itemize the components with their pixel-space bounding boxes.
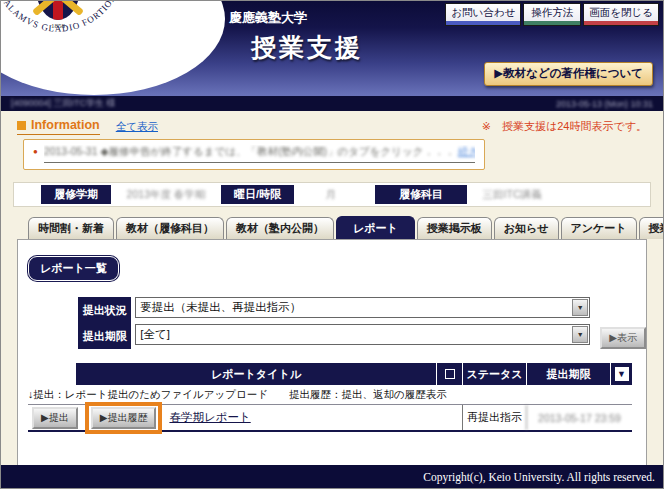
emblem-motto-arc: CALAMVS GLADIO FORTIOR xyxy=(1,1,134,35)
col-report-title: レポートタイトル xyxy=(76,363,436,385)
semester-label: 履修学期 xyxy=(41,185,111,204)
help-accent-strip xyxy=(524,21,580,25)
main-tabs: 時間割・新着 教材（履修科目） 教材（塾内公開） レポート 授業掲示板 お知らせ… xyxy=(28,216,663,239)
close-accent-strip xyxy=(584,21,658,25)
material-copyright-button[interactable]: ▶教材などの著作権について xyxy=(484,62,653,86)
submission-deadline-label: 提出期限 xyxy=(78,323,131,349)
24h-note: ※ 授業支援は24時間表示です。 xyxy=(482,119,647,134)
page-header: Keio University 1858 CALAMVS GLADIO FORT… xyxy=(1,1,663,96)
submission-deadline-select[interactable]: [全て] ▼ xyxy=(135,324,590,345)
row-status: 再提出指示 xyxy=(462,405,526,430)
report-table-header: レポートタイトル ステータス 提出期限 ▼ xyxy=(28,363,632,385)
tab-materials-public[interactable]: 教材（塾内公開） xyxy=(226,217,334,239)
report-table: レポートタイトル ステータス 提出期限 ▼ ↓提出：レポート提出のためファイルア… xyxy=(28,363,632,432)
notice-more-link[interactable]: 続きを読む xyxy=(458,145,475,157)
application-window: Keio University 1858 CALAMVS GLADIO FORT… xyxy=(0,0,664,489)
highlight-annotation: ▶提出履歴 xyxy=(85,402,163,434)
close-window-button[interactable]: 画面を閉じる xyxy=(583,3,659,26)
sort-icon[interactable]: ▼ xyxy=(615,367,629,381)
report-filter-form: 提出状況 提出期限 要提出（未提出、再提出指示） ▼ [全て] ▼ ▶表示 xyxy=(78,297,646,349)
col-deadline: 提出期限 xyxy=(526,363,610,385)
course-label: 履修科目 xyxy=(375,185,467,204)
day-period-label: 曜日/時限 xyxy=(221,185,294,204)
keio-logo: Keio University 1858 CALAMVS GLADIO FORT… xyxy=(1,1,225,95)
submit-button[interactable]: ▶提出 xyxy=(32,407,78,429)
dropdown-arrow-icon[interactable]: ▼ xyxy=(572,299,588,316)
notice-text-redacted: 2013-05-31 ◆履修申告が終了するまでは、「教材(塾内公開)」のタブをク… xyxy=(44,145,455,157)
tab-class-board[interactable]: 授業掲示板 xyxy=(417,217,492,239)
user-info-bar: [4090004] 三田ITC学生 様 2013-05-13 (Mon) 10:… xyxy=(1,96,663,111)
help-button[interactable]: 操作方法 xyxy=(523,3,581,26)
report-row: ▶提出 ▶提出履歴 春学期レポート 再提出指示 2013-05-17 23:59 xyxy=(28,405,632,432)
submission-status-label: 提出状況 xyxy=(78,297,131,323)
select-all-checkbox[interactable] xyxy=(445,369,455,379)
copyright-text: Copyright(c), Keio University. All right… xyxy=(423,471,655,483)
contact-button[interactable]: お問い合わせ xyxy=(445,3,521,26)
tab-class-message[interactable]: 授業内メッセージ xyxy=(639,217,664,239)
course-info-bar: 履修学期 2013年度 春学期 曜日/時限 月 履修科目 三田ITC講義 xyxy=(13,182,651,207)
tab-survey[interactable]: アンケート xyxy=(561,217,637,239)
information-icon xyxy=(17,121,26,130)
notice-box: ● 2013-05-31 ◆履修申告が終了するまでは、「教材(塾内公開)」のタブ… xyxy=(23,139,485,170)
university-name: 慶應義塾大学 xyxy=(229,9,307,27)
svg-text:CALAMVS GLADIO FORTIOR: CALAMVS GLADIO FORTIOR xyxy=(1,1,118,34)
day-period-value-redacted: 月 xyxy=(294,185,367,204)
show-button[interactable]: ▶表示 xyxy=(600,327,646,349)
report-list-badge: レポート一覧 xyxy=(28,256,119,281)
bullet-icon: ● xyxy=(33,145,38,159)
submission-history-button[interactable]: ▶提出履歴 xyxy=(91,407,157,429)
semester-value-redacted: 2013年度 春学期 xyxy=(111,185,221,204)
report-panel: レポート一覧 提出状況 提出期限 要提出（未提出、再提出指示） ▼ [全て] ▼… xyxy=(17,239,647,469)
tab-news[interactable]: お知らせ xyxy=(494,217,559,239)
datetime-redacted: 2013-05-13 (Mon) 10:31 xyxy=(556,99,653,109)
row-deadline-redacted: 2013-05-17 23:59 xyxy=(526,405,632,430)
page-footer: Copyright(c), Keio University. All right… xyxy=(1,465,663,488)
tab-materials-enrolled[interactable]: 教材（履修科目） xyxy=(116,217,224,239)
course-value-redacted: 三田ITC講義 xyxy=(467,185,557,204)
dropdown-arrow-icon[interactable]: ▼ xyxy=(572,326,588,343)
information-header: Information 全て表示 ※ 授業支援は24時間表示です。 xyxy=(17,118,647,135)
submission-status-select[interactable]: 要提出（未提出、再提出指示） ▼ xyxy=(135,297,590,318)
contact-accent-strip xyxy=(446,21,520,25)
user-name-redacted: [4090004] 三田ITC学生 様 xyxy=(11,97,116,110)
information-title: Information xyxy=(31,118,100,132)
report-title-link[interactable]: 春学期レポート xyxy=(169,410,250,425)
app-title: 授業支援 xyxy=(251,31,363,64)
col-status: ステータス xyxy=(462,363,526,385)
header-nav: お問い合わせ 操作方法 画面を閉じる xyxy=(445,3,659,26)
tab-timetable[interactable]: 時間割・新着 xyxy=(28,217,114,239)
tab-report[interactable]: レポート xyxy=(336,216,415,239)
show-all-link[interactable]: 全て表示 xyxy=(116,120,158,134)
